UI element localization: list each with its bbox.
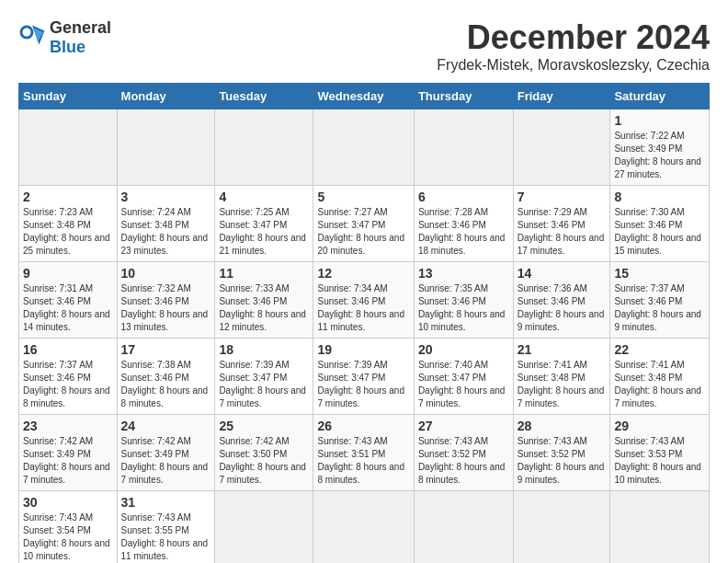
- day-info: Sunrise: 7:43 AMSunset: 3:52 PMDaylight:…: [418, 435, 509, 487]
- day-info: Sunrise: 7:27 AMSunset: 3:47 PMDaylight:…: [317, 206, 409, 258]
- day-cell: 5Sunrise: 7:27 AMSunset: 3:47 PMDaylight…: [313, 186, 414, 262]
- day-info: Sunrise: 7:30 AMSunset: 3:46 PMDaylight:…: [614, 206, 705, 258]
- day-cell: 30Sunrise: 7:43 AMSunset: 3:54 PMDayligh…: [19, 491, 118, 564]
- day-number: 9: [23, 266, 113, 281]
- day-cell: [313, 109, 414, 186]
- day-number: 25: [219, 419, 309, 433]
- day-number: 18: [219, 342, 309, 357]
- day-info: Sunrise: 7:39 AMSunset: 3:47 PMDaylight:…: [219, 359, 309, 410]
- logo-general: General: [50, 18, 111, 37]
- day-cell: 4Sunrise: 7:25 AMSunset: 3:47 PMDaylight…: [215, 186, 313, 262]
- day-number: 17: [121, 342, 211, 357]
- day-cell: 22Sunrise: 7:41 AMSunset: 3:48 PMDayligh…: [610, 339, 710, 415]
- header-thursday: Thursday: [414, 84, 513, 109]
- day-cell: 3Sunrise: 7:24 AMSunset: 3:48 PMDaylight…: [117, 186, 215, 262]
- week-row-6: 30Sunrise: 7:43 AMSunset: 3:54 PMDayligh…: [19, 491, 710, 564]
- day-cell: 24Sunrise: 7:42 AMSunset: 3:49 PMDayligh…: [117, 415, 215, 491]
- day-cell: [19, 109, 118, 186]
- day-cell: 18Sunrise: 7:39 AMSunset: 3:47 PMDayligh…: [215, 339, 313, 415]
- day-cell: 16Sunrise: 7:37 AMSunset: 3:46 PMDayligh…: [19, 339, 118, 415]
- day-info: Sunrise: 7:43 AMSunset: 3:52 PMDaylight:…: [518, 435, 607, 487]
- header-friday: Friday: [513, 84, 610, 109]
- day-cell: 25Sunrise: 7:42 AMSunset: 3:50 PMDayligh…: [215, 415, 313, 491]
- day-info: Sunrise: 7:43 AMSunset: 3:53 PMDaylight:…: [614, 435, 705, 487]
- header: General Blue December 2024 Frydek-Mistek…: [18, 18, 710, 74]
- day-info: Sunrise: 7:23 AMSunset: 3:48 PMDaylight:…: [23, 206, 113, 258]
- week-row-2: 2Sunrise: 7:23 AMSunset: 3:48 PMDaylight…: [19, 186, 710, 262]
- week-row-3: 9Sunrise: 7:31 AMSunset: 3:46 PMDaylight…: [19, 262, 710, 339]
- day-cell: 28Sunrise: 7:43 AMSunset: 3:52 PMDayligh…: [513, 415, 610, 491]
- day-info: Sunrise: 7:35 AMSunset: 3:46 PMDaylight:…: [418, 282, 509, 334]
- header-wednesday: Wednesday: [313, 84, 414, 109]
- day-info: Sunrise: 7:43 AMSunset: 3:51 PMDaylight:…: [317, 435, 409, 487]
- day-number: 31: [121, 495, 211, 510]
- calendar-header-row: SundayMondayTuesdayWednesdayThursdayFrid…: [19, 84, 710, 109]
- title-block: December 2024 Frydek-Mistek, Moravskosle…: [437, 18, 710, 74]
- day-info: Sunrise: 7:24 AMSunset: 3:48 PMDaylight:…: [121, 206, 211, 258]
- header-saturday: Saturday: [610, 84, 710, 109]
- day-number: 13: [418, 266, 509, 281]
- calendar-table: SundayMondayTuesdayWednesdayThursdayFrid…: [18, 83, 710, 563]
- day-number: 5: [317, 190, 409, 204]
- day-cell: [610, 491, 710, 564]
- day-cell: 9Sunrise: 7:31 AMSunset: 3:46 PMDaylight…: [19, 262, 118, 339]
- day-info: Sunrise: 7:40 AMSunset: 3:47 PMDaylight:…: [418, 359, 509, 410]
- day-number: 20: [418, 342, 509, 357]
- day-number: 23: [23, 419, 113, 433]
- day-cell: [414, 109, 513, 186]
- day-info: Sunrise: 7:42 AMSunset: 3:50 PMDaylight:…: [219, 435, 309, 487]
- day-cell: [414, 491, 513, 564]
- day-cell: [313, 491, 414, 564]
- day-info: Sunrise: 7:22 AMSunset: 3:49 PMDaylight:…: [614, 130, 705, 181]
- day-number: 4: [219, 190, 309, 204]
- day-number: 14: [518, 266, 607, 281]
- month-title: December 2024: [437, 18, 710, 57]
- day-cell: 15Sunrise: 7:37 AMSunset: 3:46 PMDayligh…: [610, 262, 710, 339]
- day-info: Sunrise: 7:37 AMSunset: 3:46 PMDaylight:…: [23, 359, 113, 410]
- day-cell: 26Sunrise: 7:43 AMSunset: 3:51 PMDayligh…: [313, 415, 414, 491]
- day-number: 28: [518, 419, 607, 433]
- day-cell: [117, 109, 215, 186]
- day-info: Sunrise: 7:34 AMSunset: 3:46 PMDaylight:…: [317, 282, 409, 334]
- day-number: 21: [518, 342, 607, 357]
- day-cell: 6Sunrise: 7:28 AMSunset: 3:46 PMDaylight…: [414, 186, 513, 262]
- week-row-1: 1Sunrise: 7:22 AMSunset: 3:49 PMDaylight…: [19, 109, 710, 186]
- day-info: Sunrise: 7:29 AMSunset: 3:46 PMDaylight:…: [518, 206, 607, 258]
- day-number: 6: [418, 190, 509, 204]
- day-info: Sunrise: 7:42 AMSunset: 3:49 PMDaylight:…: [23, 435, 113, 487]
- day-number: 7: [518, 190, 607, 204]
- day-cell: 23Sunrise: 7:42 AMSunset: 3:49 PMDayligh…: [19, 415, 118, 491]
- svg-point-1: [23, 29, 31, 37]
- day-info: Sunrise: 7:37 AMSunset: 3:46 PMDaylight:…: [614, 282, 705, 334]
- day-cell: 19Sunrise: 7:39 AMSunset: 3:47 PMDayligh…: [313, 339, 414, 415]
- day-number: 30: [23, 495, 113, 510]
- day-number: 22: [614, 342, 705, 357]
- day-number: 3: [121, 190, 211, 204]
- logo-icon: [18, 24, 46, 52]
- day-cell: 7Sunrise: 7:29 AMSunset: 3:46 PMDaylight…: [513, 186, 610, 262]
- logo-text: General Blue: [50, 18, 111, 57]
- day-cell: 10Sunrise: 7:32 AMSunset: 3:46 PMDayligh…: [117, 262, 215, 339]
- day-info: Sunrise: 7:39 AMSunset: 3:47 PMDaylight:…: [317, 359, 409, 410]
- header-sunday: Sunday: [19, 84, 118, 109]
- day-cell: 11Sunrise: 7:33 AMSunset: 3:46 PMDayligh…: [215, 262, 313, 339]
- day-cell: [215, 109, 313, 186]
- day-cell: 27Sunrise: 7:43 AMSunset: 3:52 PMDayligh…: [414, 415, 513, 491]
- day-info: Sunrise: 7:38 AMSunset: 3:46 PMDaylight:…: [121, 359, 211, 410]
- day-number: 27: [418, 419, 509, 433]
- day-cell: [215, 491, 313, 564]
- header-tuesday: Tuesday: [215, 84, 313, 109]
- day-info: Sunrise: 7:41 AMSunset: 3:48 PMDaylight:…: [614, 359, 705, 410]
- day-number: 15: [614, 266, 705, 281]
- week-row-4: 16Sunrise: 7:37 AMSunset: 3:46 PMDayligh…: [19, 339, 710, 415]
- day-number: 2: [23, 190, 113, 204]
- day-cell: 1Sunrise: 7:22 AMSunset: 3:49 PMDaylight…: [610, 109, 710, 186]
- day-number: 8: [614, 190, 705, 204]
- day-cell: 12Sunrise: 7:34 AMSunset: 3:46 PMDayligh…: [313, 262, 414, 339]
- day-cell: [513, 491, 610, 564]
- header-monday: Monday: [117, 84, 215, 109]
- day-number: 11: [219, 266, 309, 281]
- day-cell: 14Sunrise: 7:36 AMSunset: 3:46 PMDayligh…: [513, 262, 610, 339]
- day-cell: 29Sunrise: 7:43 AMSunset: 3:53 PMDayligh…: [610, 415, 710, 491]
- location-title: Frydek-Mistek, Moravskoslezsky, Czechia: [437, 57, 710, 74]
